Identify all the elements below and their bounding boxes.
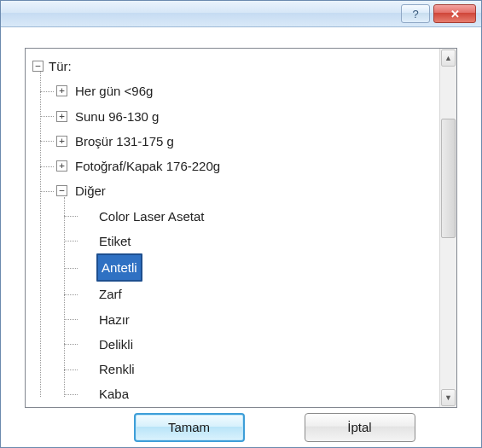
tree-item-label: Delikli bbox=[96, 332, 136, 357]
tree-item[interactable]: Zarf bbox=[80, 282, 436, 306]
expand-icon[interactable]: + bbox=[56, 111, 67, 122]
expand-icon[interactable]: + bbox=[56, 160, 67, 172]
collapse-icon[interactable]: − bbox=[32, 61, 44, 72]
tree-leaf-spacer bbox=[80, 236, 91, 247]
tree-item-label: Renkli bbox=[96, 357, 137, 381]
tree-item-label: Hazır bbox=[96, 307, 132, 332]
scroll-up-button[interactable]: ▲ bbox=[441, 49, 456, 67]
ok-button[interactable]: Tamam bbox=[134, 413, 245, 442]
expand-icon[interactable]: + bbox=[56, 136, 67, 147]
tree-item[interactable]: Renkli bbox=[80, 357, 436, 381]
tree-leaf-spacer bbox=[80, 364, 91, 375]
tree-category[interactable]: −Diğer bbox=[56, 178, 436, 203]
tree-leaf-spacer bbox=[80, 288, 91, 300]
dialog-window: ? ✕ −Tür:+Her gün <96g+Sunu 96-130 g+Bro… bbox=[0, 0, 482, 448]
dialog-buttons: Tamam İptal bbox=[1, 408, 481, 448]
tree-leaf-spacer bbox=[80, 262, 91, 273]
tree-root-label: Tür: bbox=[46, 54, 74, 79]
tree-root-node[interactable]: −Tür: bbox=[32, 54, 436, 79]
tree-item-label: Antetli bbox=[96, 253, 142, 282]
vertical-scrollbar[interactable]: ▲ ▼ bbox=[439, 49, 456, 407]
tree-category-label: Fotoğraf/Kapak 176-220g bbox=[73, 154, 223, 178]
scroll-track[interactable] bbox=[440, 67, 456, 388]
tree-item[interactable]: Hazır bbox=[80, 307, 436, 332]
tree-category[interactable]: +Sunu 96-130 g bbox=[56, 104, 436, 129]
tree-category-label: Sunu 96-130 g bbox=[73, 104, 161, 129]
tree-category-label: Broşür 131-175 g bbox=[73, 129, 177, 154]
help-button[interactable]: ? bbox=[401, 4, 430, 23]
expand-icon[interactable]: + bbox=[56, 85, 67, 96]
tree-category-label: Diğer bbox=[73, 178, 108, 203]
tree-item[interactable]: Delikli bbox=[80, 332, 436, 357]
tree-item-label: Zarf bbox=[96, 282, 125, 306]
tree-category[interactable]: +Her gün <96g bbox=[56, 79, 436, 103]
tree-container: −Tür:+Her gün <96g+Sunu 96-130 g+Broşür … bbox=[25, 48, 457, 408]
tree-category[interactable]: +Broşür 131-175 g bbox=[56, 129, 436, 154]
scroll-down-button[interactable]: ▼ bbox=[441, 389, 456, 406]
tree-leaf-spacer bbox=[80, 211, 91, 222]
tree-item[interactable]: Color Laser Asetat bbox=[80, 204, 436, 229]
tree-leaf-spacer bbox=[80, 388, 91, 399]
tree-item[interactable]: Antetli bbox=[80, 253, 436, 282]
tree-leaf-spacer bbox=[80, 314, 91, 325]
content-area: −Tür:+Her gün <96g+Sunu 96-130 g+Broşür … bbox=[1, 27, 481, 408]
tree-leaf-spacer bbox=[80, 339, 91, 350]
title-bar: ? ✕ bbox=[1, 1, 481, 27]
tree-view[interactable]: −Tür:+Her gün <96g+Sunu 96-130 g+Broşür … bbox=[26, 49, 439, 407]
tree-category-label: Her gün <96g bbox=[73, 79, 155, 103]
help-icon: ? bbox=[412, 8, 418, 20]
tree-category[interactable]: +Fotoğraf/Kapak 176-220g bbox=[56, 154, 436, 178]
tree-item[interactable]: Etiket bbox=[80, 229, 436, 253]
cancel-button[interactable]: İptal bbox=[305, 413, 415, 442]
close-icon: ✕ bbox=[450, 8, 460, 20]
scroll-thumb[interactable] bbox=[441, 119, 456, 238]
collapse-icon[interactable]: − bbox=[56, 185, 67, 196]
tree-item-label: Etiket bbox=[96, 229, 134, 253]
tree-item-label: Kaba bbox=[96, 381, 131, 406]
tree-item[interactable]: Kaba bbox=[80, 381, 436, 406]
tree-item-label: Color Laser Asetat bbox=[96, 204, 206, 229]
close-button[interactable]: ✕ bbox=[433, 4, 476, 23]
